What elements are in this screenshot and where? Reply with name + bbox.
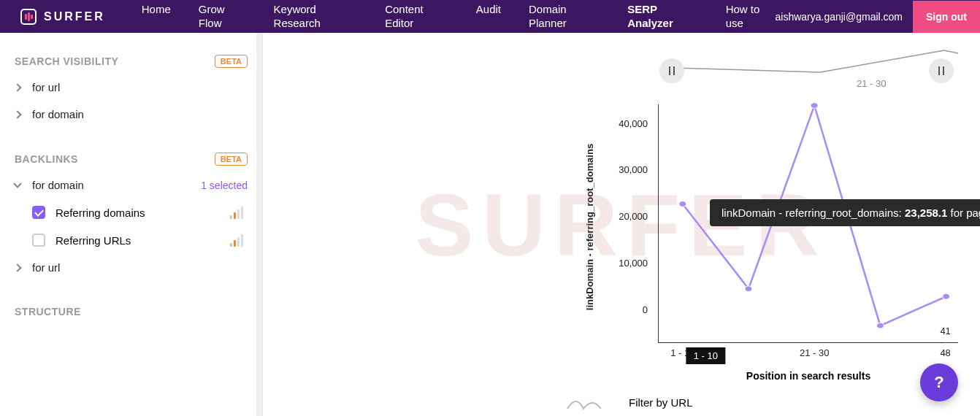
plot-area[interactable]: linkDomain - referring_root_domains: 23,… [658,104,958,343]
nav-item-how-to-use[interactable]: How to use [726,3,776,31]
sidebar-item-for-url[interactable]: for url [0,254,262,281]
x-tick: 41 - 48 [940,326,952,358]
chart-point[interactable] [811,103,818,109]
signout-button[interactable]: Sign out [913,1,980,33]
minimap-label: 21 - 30 [857,78,886,89]
sidebar-option-referring-urls[interactable]: Referring URLs [0,226,262,254]
nav-item-audit[interactable]: Audit [476,3,501,31]
chart-point[interactable] [876,323,884,328]
chart-point[interactable] [679,201,686,207]
signal-bars-icon [230,207,243,219]
nav-items: HomeGrow FlowKeyword ResearchContent Edi… [142,3,776,31]
nav-item-grow-flow[interactable]: Grow Flow [199,3,246,31]
selected-count: 1 selected [201,180,248,191]
checkbox[interactable] [32,234,45,247]
chart-point[interactable] [745,286,752,292]
chart: linkDomain - referring_root_domains 40,0… [564,97,958,356]
nav-item-home[interactable]: Home [142,3,171,31]
brand-name: SURFER [44,10,105,23]
surfer-logo-icon [20,9,37,25]
nav-right: aishwarya.ganji@gmail.com Sign out [775,1,980,33]
sidebar-item-for-url[interactable]: for url [0,74,262,101]
x-tick: 21 - 30 [800,347,829,358]
chevron-right-icon [13,83,21,91]
beta-badge: BETA [215,55,248,68]
user-email[interactable]: aishwarya.ganji@gmail.com [775,11,903,23]
sidebar-item-for-domain[interactable]: for domain [0,101,262,128]
x-axis-label: Position in search results [746,370,870,382]
nav-item-keyword-research[interactable]: Keyword Research [274,3,358,31]
chevron-right-icon [13,110,21,118]
sidebar: SEARCH VISIBILITYBETAfor urlfor domainBA… [0,33,263,416]
nav-item-domain-planner[interactable]: Domain Planner [529,3,600,31]
signal-bars-icon [230,234,243,247]
y-tick: 10,000 [604,258,648,269]
distribution-icon[interactable] [564,391,607,413]
y-tick: 0 [604,304,648,315]
chart-tooltip: linkDomain - referring_root_domains: 23,… [710,199,980,226]
section-title: BACKLINKS [15,153,78,165]
nav-item-serp-analyzer[interactable]: SERP Analyzer [627,3,697,31]
x-tick: 1 - 10 [686,347,725,364]
filter-row: Filter by URL [564,391,693,413]
y-axis-label: linkDomain - referring_root_domains [584,143,595,309]
nav-item-content-editor[interactable]: Content Editor [385,3,448,31]
beta-badge: BETA [215,153,248,166]
minimap-handle-right[interactable] [929,58,954,83]
filter-label: Filter by URL [629,396,693,409]
section-title: STRUCTURE [15,306,81,317]
y-tick: 20,000 [604,211,648,222]
minimap-handle-left[interactable] [659,58,684,83]
checkbox[interactable] [32,206,45,219]
section-title: SEARCH VISIBILITY [15,55,118,67]
brand-logo[interactable]: SURFER [20,9,105,25]
content-area: SURFER 21 - 30 41 - 48 linkDomain - refe… [263,33,980,416]
chevron-right-icon [13,263,21,271]
top-nav: SURFER HomeGrow FlowKeyword ResearchCont… [0,0,980,33]
chevron-down-icon [13,180,21,188]
chart-point[interactable] [943,293,950,299]
y-tick: 30,000 [604,164,648,175]
minimap: 21 - 30 41 - 48 [564,33,958,90]
help-icon: ? [934,373,943,392]
sidebar-item-for-domain[interactable]: for domain1 selected [0,172,262,199]
sidebar-option-referring-domains[interactable]: Referring domains [0,199,262,226]
y-tick: 40,000 [604,118,648,128]
help-button[interactable]: ? [920,363,958,401]
